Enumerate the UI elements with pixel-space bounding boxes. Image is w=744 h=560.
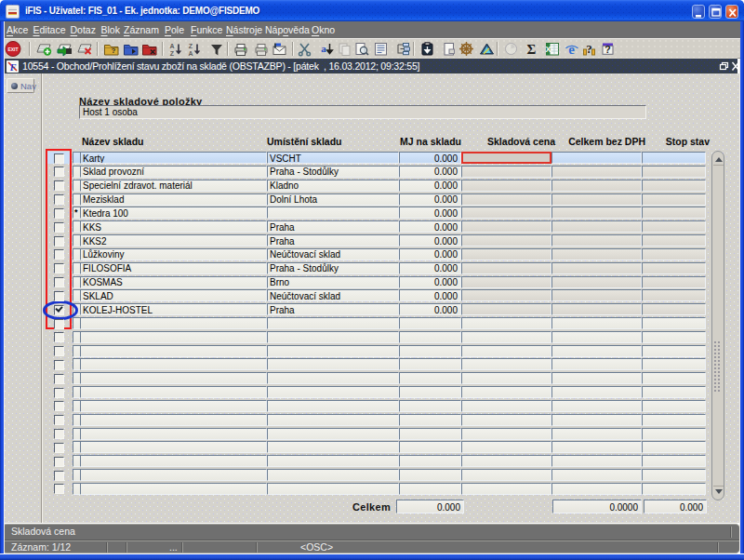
svg-text:Z: Z	[170, 50, 175, 57]
svg-text:?: ?	[112, 47, 116, 55]
svg-text:X: X	[545, 45, 551, 54]
svg-text:EXIT: EXIT	[7, 47, 18, 52]
svg-text:Σ: Σ	[527, 42, 537, 57]
svg-text:Z: Z	[189, 43, 193, 49]
svg-text:a: a	[321, 43, 326, 54]
svg-text:A: A	[169, 43, 174, 49]
svg-text:?: ?	[586, 42, 592, 56]
svg-text:?: ?	[604, 44, 610, 55]
svg-text:A: A	[188, 50, 193, 57]
svg-text:e: e	[568, 42, 575, 57]
svg-text:F: F	[9, 62, 17, 73]
